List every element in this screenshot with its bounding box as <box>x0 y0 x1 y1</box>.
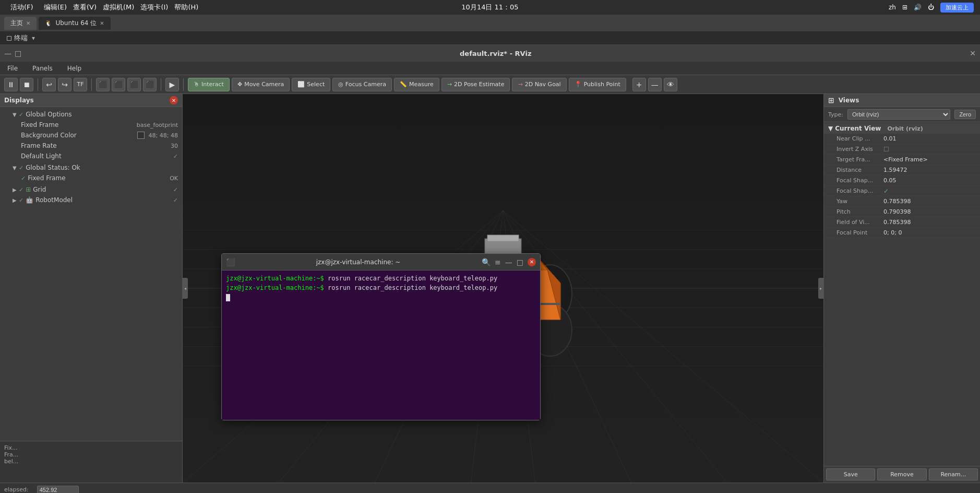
measure-button[interactable]: 📏 Measure <box>394 78 439 91</box>
terminal-close[interactable]: ✕ <box>528 258 536 266</box>
terminal-search[interactable]: 🔍 <box>482 258 491 266</box>
rec-stop[interactable]: ⬛ <box>112 78 125 91</box>
rec-start[interactable]: ⬛ <box>96 78 110 91</box>
focal-size-value[interactable]: 0.05 <box>883 177 976 184</box>
frame-rate-value[interactable]: 30 <box>171 143 178 149</box>
title-minimize[interactable]: — <box>4 49 11 57</box>
activities-button[interactable]: 活动(F) <box>6 2 38 13</box>
stop-button[interactable]: ⏹ <box>20 78 33 91</box>
cmd2: rosrun racecar_description keyboard_tele… <box>324 284 497 291</box>
target-frame-row[interactable]: Target Fra... <Fixed Frame> <box>824 155 980 165</box>
play-button[interactable]: ▶ <box>165 78 179 91</box>
rec-end[interactable]: ⬛ <box>143 78 157 91</box>
virtual-menu[interactable]: 虚拟机(M) <box>103 3 134 12</box>
default-light-row[interactable]: Default Light ✓ <box>0 151 182 161</box>
right-collapse-handle[interactable]: ▸ <box>818 278 823 299</box>
remove-view-button[interactable]: Remove <box>877 468 926 480</box>
nav-goal-button[interactable]: → 2D Nav Goal <box>512 78 566 91</box>
menu-help[interactable]: Help <box>64 64 85 73</box>
terminal-menu[interactable]: ≡ <box>495 258 501 266</box>
grid-row[interactable]: ▶ ✓ ⊞ Grid ✓ <box>0 184 182 195</box>
rec-step[interactable]: ⬛ <box>127 78 141 91</box>
fixed-frame-row[interactable]: Fixed Frame base_footprint <box>0 120 182 130</box>
target-frame-value[interactable]: <Fixed Frame> <box>883 156 976 163</box>
viewport-3d[interactable]: ◂ ▸ ⬛ jzx@jzx-virtual-machine: ~ 🔍 ≡ — □… <box>183 94 823 483</box>
bg-color-row[interactable]: Background Color 48; 48; 48 <box>0 130 182 140</box>
select-button[interactable]: ⬜ Select <box>292 78 330 91</box>
tab-ubuntu[interactable]: 🐧 Ubuntu 64 位 ✕ <box>39 17 110 30</box>
title-maximize[interactable]: □ <box>15 49 21 57</box>
views-type-select[interactable]: Orbit (rviz) <box>847 109 950 120</box>
move-camera-button[interactable]: ✥ Move Camera <box>232 78 290 91</box>
fixed-frame-value[interactable]: base_footprint <box>137 122 178 128</box>
taskbar-terminal[interactable]: ◻ 终端 <box>6 33 28 43</box>
views-tree: ▼ Current View Orbit (rviz) Near Clip ..… <box>824 122 980 466</box>
app-menu[interactable]: 编辑(E) <box>44 3 67 12</box>
pitch-value[interactable]: 0.790398 <box>883 208 976 215</box>
interact-button[interactable]: 🖱 Interact <box>188 78 230 91</box>
near-clip-value[interactable]: 0.01 <box>883 135 976 142</box>
publish-point-button[interactable]: 📍 Publish Point <box>569 78 626 91</box>
views-zero-button[interactable]: Zero <box>954 110 976 119</box>
near-clip-row[interactable]: Near Clip ... 0.01 <box>824 134 980 144</box>
invert-z-checkbox[interactable]: ☐ <box>883 146 889 153</box>
focal-point-value[interactable]: 0; 0; 0 <box>883 229 976 236</box>
menu-panels[interactable]: Panels <box>29 64 56 73</box>
network-icon[interactable]: ⊞ <box>902 4 907 11</box>
fov-value[interactable]: 0.785398 <box>883 219 976 226</box>
focus-camera-button[interactable]: ◎ Focus Camera <box>332 78 392 91</box>
redo-button[interactable]: ↪ <box>58 78 71 91</box>
pitch-row[interactable]: Pitch 0.790398 <box>824 207 980 217</box>
view-menu[interactable]: 查看(V) <box>73 3 97 12</box>
pause-button[interactable]: ⏸ <box>4 78 18 91</box>
terminal-window[interactable]: ⬛ jzx@jzx-virtual-machine: ~ 🔍 ≡ — □ ✕ j… <box>221 253 541 420</box>
tab-home[interactable]: 主页 ✕ <box>4 17 37 30</box>
title-close[interactable]: ✕ <box>970 49 976 57</box>
taskbar-arrow[interactable]: ▾ <box>32 34 35 42</box>
pose-estimate-button[interactable]: → 2D Pose Estimate <box>441 78 510 91</box>
bg-color-swatch[interactable] <box>137 132 145 139</box>
zoom-in-button[interactable]: + <box>632 78 646 91</box>
menu-file[interactable]: File <box>4 64 21 73</box>
near-clip-label: Near Clip ... <box>836 135 883 142</box>
tab-ubuntu-close[interactable]: ✕ <box>100 20 104 26</box>
robot-check[interactable]: ✓ <box>19 197 23 204</box>
displays-close[interactable]: ✕ <box>170 96 178 104</box>
grid-check[interactable]: ✓ <box>19 186 23 193</box>
focal-enabled-checkbox[interactable]: ✓ <box>883 187 889 195</box>
terminal-maximize[interactable]: □ <box>517 258 523 266</box>
undo-button[interactable]: ↩ <box>42 78 56 91</box>
terminal-minimize[interactable]: — <box>505 258 512 266</box>
volume-icon[interactable]: 🔊 <box>914 4 922 11</box>
tab-home-close[interactable]: ✕ <box>26 20 30 26</box>
elapsed-input[interactable] <box>37 486 79 494</box>
yaw-row[interactable]: Yaw 0.785398 <box>824 196 980 207</box>
fov-row[interactable]: Field of Vi... 0.785398 <box>824 217 980 228</box>
robot-model-row[interactable]: ▶ ✓ 🤖 RobotModel ✓ <box>0 195 182 205</box>
zoom-out-button[interactable]: — <box>648 78 662 91</box>
default-light-checkbox[interactable]: ✓ <box>173 153 178 160</box>
current-view-header[interactable]: ▼ Current View Orbit (rviz) <box>824 123 980 134</box>
rename-view-button[interactable]: Renam... <box>929 468 978 480</box>
distance-value[interactable]: 1.59472 <box>883 167 976 173</box>
invert-z-row[interactable]: Invert Z Axis ☐ <box>824 144 980 155</box>
distance-row[interactable]: Distance 1.59472 <box>824 165 980 175</box>
camera-view-button[interactable]: 👁 <box>664 78 677 91</box>
focal-size-row[interactable]: Focal Shap... 0.05 <box>824 175 980 186</box>
help-menu[interactable]: 帮助(H) <box>174 3 198 12</box>
focal-enabled-row[interactable]: Focal Shap... ✓ <box>824 186 980 196</box>
options-menu[interactable]: 选项卡(I) <box>140 3 168 12</box>
save-view-button[interactable]: Save <box>826 468 875 480</box>
fov-label: Field of Vi... <box>836 219 883 226</box>
power-icon[interactable]: ⏻ <box>928 4 934 11</box>
global-status-row[interactable]: ▼ ✓ Global Status: Ok <box>0 162 182 173</box>
focal-point-row[interactable]: Focal Point 0; 0; 0 <box>824 228 980 238</box>
left-collapse-handle[interactable]: ◂ <box>183 278 188 299</box>
frame-rate-row[interactable]: Frame Rate 30 <box>0 140 182 151</box>
terminal-content[interactable]: jzx@jzx-virtual-machine:~$ rosrun raceca… <box>222 271 540 420</box>
fixed-frame-ok-row[interactable]: ✓ Fixed Frame OK <box>0 173 182 183</box>
yaw-value[interactable]: 0.785398 <box>883 198 976 205</box>
tf-button[interactable]: TF <box>74 78 87 91</box>
connect-button[interactable]: 加速云上 <box>940 3 974 13</box>
global-options-row[interactable]: ▼ ✓ Global Options <box>0 109 182 120</box>
